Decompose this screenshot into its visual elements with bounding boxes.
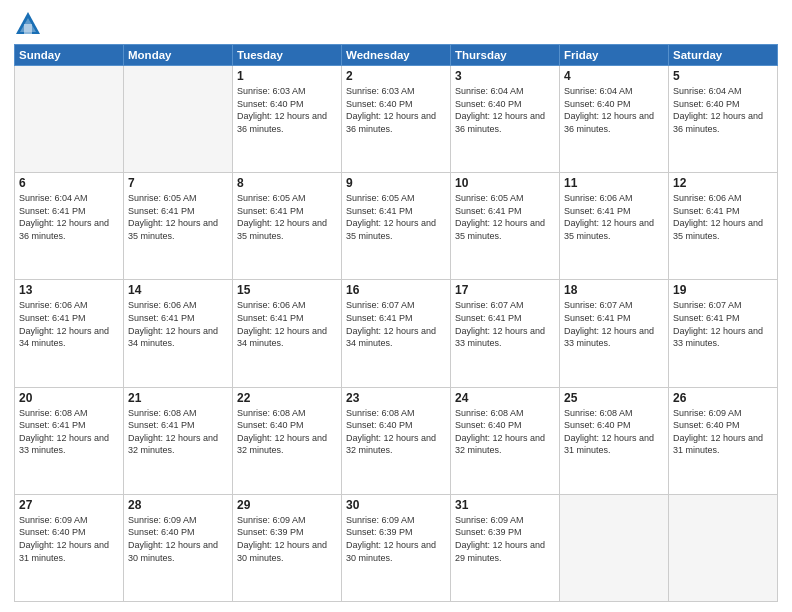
table-row: 5Sunrise: 6:04 AM Sunset: 6:40 PM Daylig… bbox=[669, 66, 778, 173]
header bbox=[14, 10, 778, 38]
day-info: Sunrise: 6:05 AM Sunset: 6:41 PM Dayligh… bbox=[128, 192, 228, 242]
day-number: 14 bbox=[128, 283, 228, 297]
table-row: 20Sunrise: 6:08 AM Sunset: 6:41 PM Dayli… bbox=[15, 387, 124, 494]
page: Sunday Monday Tuesday Wednesday Thursday… bbox=[0, 0, 792, 612]
col-saturday: Saturday bbox=[669, 45, 778, 66]
table-row: 21Sunrise: 6:08 AM Sunset: 6:41 PM Dayli… bbox=[124, 387, 233, 494]
day-info: Sunrise: 6:08 AM Sunset: 6:40 PM Dayligh… bbox=[346, 407, 446, 457]
day-number: 25 bbox=[564, 391, 664, 405]
day-number: 8 bbox=[237, 176, 337, 190]
day-number: 13 bbox=[19, 283, 119, 297]
day-number: 6 bbox=[19, 176, 119, 190]
day-info: Sunrise: 6:07 AM Sunset: 6:41 PM Dayligh… bbox=[455, 299, 555, 349]
day-info: Sunrise: 6:09 AM Sunset: 6:40 PM Dayligh… bbox=[128, 514, 228, 564]
table-row: 17Sunrise: 6:07 AM Sunset: 6:41 PM Dayli… bbox=[451, 280, 560, 387]
table-row bbox=[124, 66, 233, 173]
day-number: 1 bbox=[237, 69, 337, 83]
day-number: 4 bbox=[564, 69, 664, 83]
table-row: 30Sunrise: 6:09 AM Sunset: 6:39 PM Dayli… bbox=[342, 494, 451, 601]
svg-rect-2 bbox=[24, 24, 32, 34]
day-info: Sunrise: 6:09 AM Sunset: 6:39 PM Dayligh… bbox=[237, 514, 337, 564]
day-info: Sunrise: 6:07 AM Sunset: 6:41 PM Dayligh… bbox=[564, 299, 664, 349]
col-friday: Friday bbox=[560, 45, 669, 66]
table-row: 4Sunrise: 6:04 AM Sunset: 6:40 PM Daylig… bbox=[560, 66, 669, 173]
day-info: Sunrise: 6:06 AM Sunset: 6:41 PM Dayligh… bbox=[237, 299, 337, 349]
day-number: 21 bbox=[128, 391, 228, 405]
col-sunday: Sunday bbox=[15, 45, 124, 66]
day-number: 17 bbox=[455, 283, 555, 297]
calendar-week-row: 20Sunrise: 6:08 AM Sunset: 6:41 PM Dayli… bbox=[15, 387, 778, 494]
day-number: 3 bbox=[455, 69, 555, 83]
day-info: Sunrise: 6:09 AM Sunset: 6:40 PM Dayligh… bbox=[673, 407, 773, 457]
day-info: Sunrise: 6:08 AM Sunset: 6:40 PM Dayligh… bbox=[237, 407, 337, 457]
day-number: 7 bbox=[128, 176, 228, 190]
day-info: Sunrise: 6:04 AM Sunset: 6:40 PM Dayligh… bbox=[673, 85, 773, 135]
table-row: 13Sunrise: 6:06 AM Sunset: 6:41 PM Dayli… bbox=[15, 280, 124, 387]
day-info: Sunrise: 6:05 AM Sunset: 6:41 PM Dayligh… bbox=[346, 192, 446, 242]
table-row: 25Sunrise: 6:08 AM Sunset: 6:40 PM Dayli… bbox=[560, 387, 669, 494]
day-info: Sunrise: 6:05 AM Sunset: 6:41 PM Dayligh… bbox=[455, 192, 555, 242]
table-row: 16Sunrise: 6:07 AM Sunset: 6:41 PM Dayli… bbox=[342, 280, 451, 387]
table-row: 28Sunrise: 6:09 AM Sunset: 6:40 PM Dayli… bbox=[124, 494, 233, 601]
table-row: 7Sunrise: 6:05 AM Sunset: 6:41 PM Daylig… bbox=[124, 173, 233, 280]
table-row: 15Sunrise: 6:06 AM Sunset: 6:41 PM Dayli… bbox=[233, 280, 342, 387]
calendar-week-row: 13Sunrise: 6:06 AM Sunset: 6:41 PM Dayli… bbox=[15, 280, 778, 387]
day-info: Sunrise: 6:07 AM Sunset: 6:41 PM Dayligh… bbox=[673, 299, 773, 349]
table-row: 8Sunrise: 6:05 AM Sunset: 6:41 PM Daylig… bbox=[233, 173, 342, 280]
table-row: 9Sunrise: 6:05 AM Sunset: 6:41 PM Daylig… bbox=[342, 173, 451, 280]
calendar-table: Sunday Monday Tuesday Wednesday Thursday… bbox=[14, 44, 778, 602]
table-row: 29Sunrise: 6:09 AM Sunset: 6:39 PM Dayli… bbox=[233, 494, 342, 601]
day-number: 5 bbox=[673, 69, 773, 83]
day-number: 12 bbox=[673, 176, 773, 190]
table-row: 23Sunrise: 6:08 AM Sunset: 6:40 PM Dayli… bbox=[342, 387, 451, 494]
day-info: Sunrise: 6:09 AM Sunset: 6:39 PM Dayligh… bbox=[346, 514, 446, 564]
table-row: 19Sunrise: 6:07 AM Sunset: 6:41 PM Dayli… bbox=[669, 280, 778, 387]
day-number: 30 bbox=[346, 498, 446, 512]
table-row: 14Sunrise: 6:06 AM Sunset: 6:41 PM Dayli… bbox=[124, 280, 233, 387]
col-tuesday: Tuesday bbox=[233, 45, 342, 66]
table-row bbox=[560, 494, 669, 601]
day-number: 22 bbox=[237, 391, 337, 405]
table-row: 11Sunrise: 6:06 AM Sunset: 6:41 PM Dayli… bbox=[560, 173, 669, 280]
calendar-week-row: 1Sunrise: 6:03 AM Sunset: 6:40 PM Daylig… bbox=[15, 66, 778, 173]
logo bbox=[14, 10, 46, 38]
day-info: Sunrise: 6:08 AM Sunset: 6:41 PM Dayligh… bbox=[128, 407, 228, 457]
day-info: Sunrise: 6:04 AM Sunset: 6:41 PM Dayligh… bbox=[19, 192, 119, 242]
day-info: Sunrise: 6:04 AM Sunset: 6:40 PM Dayligh… bbox=[455, 85, 555, 135]
table-row: 10Sunrise: 6:05 AM Sunset: 6:41 PM Dayli… bbox=[451, 173, 560, 280]
col-wednesday: Wednesday bbox=[342, 45, 451, 66]
day-number: 23 bbox=[346, 391, 446, 405]
table-row: 1Sunrise: 6:03 AM Sunset: 6:40 PM Daylig… bbox=[233, 66, 342, 173]
logo-icon bbox=[14, 10, 42, 38]
table-row bbox=[669, 494, 778, 601]
day-info: Sunrise: 6:09 AM Sunset: 6:39 PM Dayligh… bbox=[455, 514, 555, 564]
calendar-week-row: 6Sunrise: 6:04 AM Sunset: 6:41 PM Daylig… bbox=[15, 173, 778, 280]
day-number: 2 bbox=[346, 69, 446, 83]
table-row: 2Sunrise: 6:03 AM Sunset: 6:40 PM Daylig… bbox=[342, 66, 451, 173]
day-info: Sunrise: 6:03 AM Sunset: 6:40 PM Dayligh… bbox=[237, 85, 337, 135]
day-number: 19 bbox=[673, 283, 773, 297]
day-info: Sunrise: 6:06 AM Sunset: 6:41 PM Dayligh… bbox=[19, 299, 119, 349]
table-row: 18Sunrise: 6:07 AM Sunset: 6:41 PM Dayli… bbox=[560, 280, 669, 387]
table-row bbox=[15, 66, 124, 173]
calendar-week-row: 27Sunrise: 6:09 AM Sunset: 6:40 PM Dayli… bbox=[15, 494, 778, 601]
day-number: 11 bbox=[564, 176, 664, 190]
table-row: 24Sunrise: 6:08 AM Sunset: 6:40 PM Dayli… bbox=[451, 387, 560, 494]
day-number: 26 bbox=[673, 391, 773, 405]
table-row: 12Sunrise: 6:06 AM Sunset: 6:41 PM Dayli… bbox=[669, 173, 778, 280]
day-info: Sunrise: 6:05 AM Sunset: 6:41 PM Dayligh… bbox=[237, 192, 337, 242]
day-number: 24 bbox=[455, 391, 555, 405]
day-number: 28 bbox=[128, 498, 228, 512]
day-number: 15 bbox=[237, 283, 337, 297]
day-info: Sunrise: 6:08 AM Sunset: 6:41 PM Dayligh… bbox=[19, 407, 119, 457]
day-info: Sunrise: 6:06 AM Sunset: 6:41 PM Dayligh… bbox=[673, 192, 773, 242]
table-row: 3Sunrise: 6:04 AM Sunset: 6:40 PM Daylig… bbox=[451, 66, 560, 173]
calendar-header-row: Sunday Monday Tuesday Wednesday Thursday… bbox=[15, 45, 778, 66]
day-number: 9 bbox=[346, 176, 446, 190]
day-info: Sunrise: 6:08 AM Sunset: 6:40 PM Dayligh… bbox=[455, 407, 555, 457]
day-number: 31 bbox=[455, 498, 555, 512]
day-number: 29 bbox=[237, 498, 337, 512]
table-row: 31Sunrise: 6:09 AM Sunset: 6:39 PM Dayli… bbox=[451, 494, 560, 601]
col-thursday: Thursday bbox=[451, 45, 560, 66]
table-row: 27Sunrise: 6:09 AM Sunset: 6:40 PM Dayli… bbox=[15, 494, 124, 601]
